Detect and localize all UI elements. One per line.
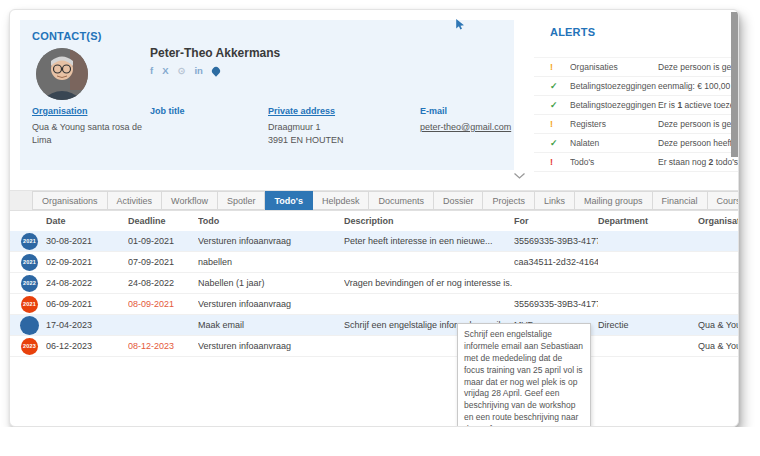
date-cell: 30-08-2021 [46, 236, 128, 246]
alert-category: Registers [570, 119, 658, 129]
department-cell: Directie [598, 320, 698, 330]
year-badge [20, 316, 39, 335]
alert-row[interactable]: Betalingstoezeggingen eenmalig: € 100,00 [534, 77, 739, 96]
th-todo: Todo [198, 216, 344, 226]
th-description: Description [344, 216, 514, 226]
x-icon[interactable]: X [162, 66, 168, 76]
table-row[interactable]: 2022 24-08-2022 24-08-2022 Nabellen (1 j… [10, 273, 738, 294]
th-organisation: Organisation [698, 216, 738, 226]
address-line-1: Draagmuur 1 [268, 121, 408, 134]
alert-status-icon [550, 62, 570, 72]
todo-cell: Maak email [198, 320, 344, 330]
tab[interactable]: Todo's [265, 191, 312, 210]
date-cell: 24-08-2022 [46, 278, 128, 288]
th-for: For [514, 216, 598, 226]
alert-row[interactable]: Betalingstoezeggingen Er is 1 actieve to… [534, 96, 739, 115]
tab[interactable]: Financial [653, 191, 708, 210]
alert-row[interactable]: Organisaties Deze persoon is gekoppeld a… [534, 58, 739, 77]
table-row[interactable]: 17-04-2023 Maak email Schrijf een engels… [10, 315, 738, 336]
contact-panel-title: CONTACT(S) [32, 30, 102, 42]
tab[interactable]: Dossier [434, 191, 484, 210]
alert-message: Deze persoon is gekoppeld aan [658, 62, 739, 72]
alert-row[interactable]: Registers Deze persoon is gekoppeld aan [534, 115, 739, 134]
location-pin-icon[interactable] [210, 65, 221, 76]
th-department: Department [598, 216, 698, 226]
alerts-panel: ALERTS Organisaties Deze persoon is geko… [534, 18, 739, 176]
tooltip: Schrijf een engelstalige informele email… [457, 323, 591, 427]
todo-cell: nabellen [198, 257, 344, 267]
tabs-bar: Organisations Activities Workflow Spotle… [10, 190, 738, 211]
alert-message: Er is 1 actieve toezegging voor [658, 100, 739, 110]
contact-name: Peter-Theo Akkermans [150, 46, 280, 60]
alert-category: Betalingstoezeggingen [570, 100, 658, 110]
alert-message: Deze persoon is gekoppeld aan [658, 119, 739, 129]
table-row[interactable]: 2021 02-09-2021 07-09-2021 nabellen caa3… [10, 252, 738, 273]
avatar-image [36, 48, 88, 100]
alert-category: Organisaties [570, 62, 658, 72]
th-date: Date [46, 216, 128, 226]
contact-panel: CONTACT(S) Peter-Theo Akkermans f X ⊙ in [20, 20, 514, 170]
tab[interactable]: Projects [483, 191, 535, 210]
th-deadline: Deadline [128, 216, 198, 226]
year-badge: 2021 [21, 254, 38, 271]
alert-message: Deze persoon heeft bij ons een [658, 138, 739, 148]
alert-message: Er staan nog 2 todo's open voor [658, 157, 739, 167]
job-title-label: Job title [150, 106, 185, 116]
crm-window: CONTACT(S) Peter-Theo Akkermans f X ⊙ in [9, 9, 739, 427]
table-row[interactable]: 2021 06-09-2021 08-09-2021 Versturen inf… [10, 294, 738, 315]
tab[interactable]: Course [708, 191, 739, 210]
email-link[interactable]: peter-theo@gmail.com [420, 122, 511, 132]
deadline-cell: 08-12-2023 [128, 341, 198, 351]
organisation-cell: Qua & Young santa rosa de Lima [698, 320, 738, 330]
date-cell: 06-12-2023 [46, 341, 128, 351]
organisation-cell: Qua & Young santa rosa de Lima [698, 341, 738, 351]
todo-cell: Versturen infoaanvraag [198, 236, 344, 246]
tab[interactable]: Mailing groups [575, 191, 653, 210]
alert-row[interactable]: Nalaten Deze persoon heeft bij ons een [534, 134, 739, 153]
todo-cell: Nabellen (1 jaar) [198, 278, 344, 288]
table-row[interactable]: 2023 06-12-2023 08-12-2023 Versturen inf… [10, 336, 738, 357]
todo-cell: Versturen infoaanvraag [198, 299, 344, 309]
tab[interactable]: Links [535, 191, 575, 210]
private-address-link[interactable]: Private address [268, 106, 335, 116]
deadline-cell: 08-09-2021 [128, 299, 198, 309]
alert-category: Nalaten [570, 138, 658, 148]
description-cell: Peter heeft interesse in een nieuwe... [344, 236, 514, 246]
table-header-row: Date Deadline Todo Description For Depar… [10, 212, 738, 230]
todos-table: 2021 30-08-2021 01-09-2021 Versturen inf… [10, 231, 738, 357]
alert-category: Todo's [570, 157, 658, 167]
social-icons: f X ⊙ in [150, 65, 220, 77]
alert-status-icon [550, 119, 570, 129]
year-badge: 2021 [21, 233, 38, 250]
table-row[interactable]: 2021 30-08-2021 01-09-2021 Versturen inf… [10, 231, 738, 252]
tab[interactable]: Activities [108, 191, 163, 210]
alert-message: eenmalig: € 100,00 [658, 81, 739, 91]
alert-status-icon [550, 157, 570, 167]
tab[interactable]: Documents [369, 191, 434, 210]
year-badge: 2023 [21, 338, 38, 355]
alert-status-icon [550, 138, 570, 148]
for-cell: 35569335-39B3-4177- [514, 299, 598, 309]
deadline-cell: 01-09-2021 [128, 236, 198, 246]
email-label: E-mail [420, 106, 447, 116]
alert-row[interactable]: Todo's Er staan nog 2 todo's open voor [534, 153, 739, 172]
cursor-icon [454, 18, 466, 30]
scrollbar-thumb[interactable] [731, 12, 738, 157]
for-cell: caa34511-2d32-4164- [514, 257, 598, 267]
tab[interactable]: Spotler [218, 191, 266, 210]
alert-category: Betalingstoezeggingen [570, 81, 658, 91]
facebook-icon[interactable]: f [150, 66, 153, 76]
organisation-link[interactable]: Organisation [32, 106, 88, 116]
alerts-list: Organisaties Deze persoon is gekoppeld a… [534, 57, 739, 172]
linkedin-icon[interactable]: in [194, 66, 202, 76]
todo-cell: Versturen infoaanvraag [198, 341, 344, 351]
avatar[interactable] [36, 48, 88, 100]
tab[interactable]: Helpdesk [313, 191, 370, 210]
date-cell: 17-04-2023 [46, 320, 128, 330]
description-cell: Vragen bevindingen of er nog interesse i… [344, 278, 514, 288]
chevron-down-icon[interactable] [513, 172, 526, 180]
tab[interactable]: Organisations [32, 191, 108, 210]
year-badge: 2021 [21, 296, 38, 313]
instagram-icon[interactable]: ⊙ [178, 66, 186, 76]
tab[interactable]: Workflow [162, 191, 218, 210]
